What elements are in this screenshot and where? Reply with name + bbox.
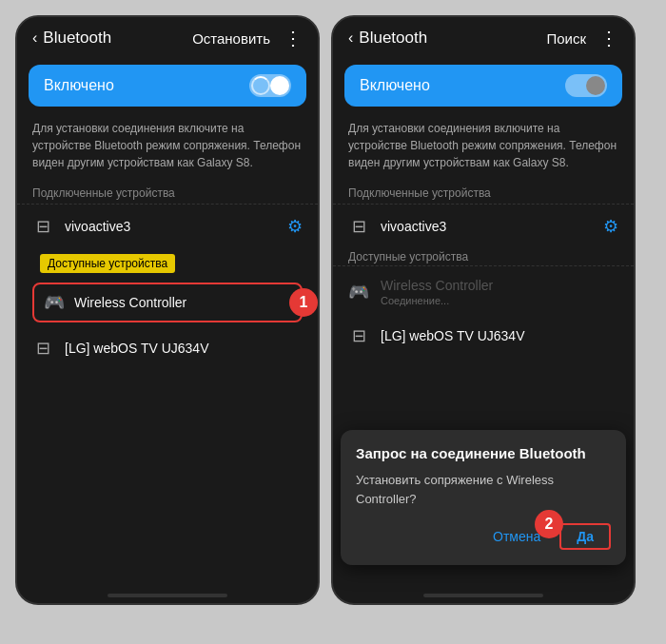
left-gear-icon[interactable]: ⚙	[287, 216, 303, 237]
left-lg-tv-row: ⊟ [LG] webOS TV UJ634V	[17, 328, 318, 368]
left-bottom-bar	[108, 594, 227, 597]
bluetooth-dialog: Запрос на соединение Bluetooth Установит…	[341, 430, 626, 565]
left-monitor-icon: ⊟	[32, 216, 53, 237]
left-available-label: Доступные устройства	[40, 254, 175, 273]
left-header: ‹ Bluetooth Остановить ⋮	[17, 17, 318, 57]
left-bluetooth-toggle-bar: Включено	[29, 65, 306, 107]
right-toggle-label: Включено	[360, 77, 430, 94]
left-stop-button[interactable]: Остановить	[192, 30, 270, 47]
left-phone: ‹ Bluetooth Остановить ⋮ Включено Для ус…	[15, 15, 320, 605]
right-connected-device-name: vivoactive3	[381, 219, 592, 234]
left-tv-icon: ⊟	[32, 338, 53, 359]
right-toggle-knob	[586, 76, 605, 95]
right-connected-device-row: ⊟ vivoactive3 ⚙	[333, 206, 634, 246]
right-available-section-label: Доступные устройства	[333, 246, 634, 266]
right-info-text: Для установки соединения включите на уст…	[333, 114, 634, 181]
main-container: ‹ Bluetooth Остановить ⋮ Включено Для ус…	[0, 0, 666, 644]
right-toggle-switch[interactable]	[565, 74, 607, 97]
left-header-right: Остановить ⋮	[192, 27, 303, 49]
right-connected-section-label: Подключенные устройства	[333, 181, 634, 205]
left-wireless-controller-name: Wireless Controller	[74, 295, 291, 310]
left-more-icon[interactable]: ⋮	[284, 27, 303, 49]
left-gamepad-icon: 🎮	[44, 292, 65, 313]
left-available-section: Доступные устройства	[29, 250, 306, 277]
left-connected-device-row: ⊟ vivoactive3 ⚙	[17, 206, 318, 246]
left-connected-device-name: vivoactive3	[65, 219, 276, 234]
right-wireless-controller-row: 🎮 Wireless Controller Соединение...	[333, 268, 634, 316]
dialog-cancel-button[interactable]: Отмена	[493, 529, 540, 544]
right-gear-icon[interactable]: ⚙	[603, 216, 618, 237]
right-tv-icon: ⊟	[348, 325, 369, 346]
dialog-buttons: Отмена Да 2	[356, 523, 611, 550]
right-gamepad-icon: 🎮	[348, 282, 369, 302]
left-back-button[interactable]: ‹ Bluetooth	[32, 29, 111, 48]
left-toggle-spinner	[251, 76, 270, 95]
right-bluetooth-toggle-bar: Включено	[344, 65, 622, 107]
right-back-button[interactable]: ‹ Bluetooth	[348, 29, 427, 48]
right-lg-tv-name: [LG] webOS TV UJ634V	[381, 328, 618, 343]
left-toggle-knob	[270, 76, 289, 95]
right-lg-tv-row: ⊟ [LG] webOS TV UJ634V	[333, 316, 634, 356]
right-search-button[interactable]: Поиск	[546, 30, 586, 47]
dialog-title: Запрос на соединение Bluetooth	[356, 445, 611, 461]
right-phone: ‹ Bluetooth Поиск ⋮ Включено Для установ…	[331, 15, 636, 605]
dialog-body: Установить сопряжение с Wireless Control…	[356, 471, 611, 508]
left-info-text: Для установки соединения включите на уст…	[17, 114, 318, 181]
right-back-chevron-icon: ‹	[348, 29, 353, 47]
left-wireless-controller-row[interactable]: 🎮 Wireless Controller	[32, 283, 303, 322]
left-lg-tv-name: [LG] webOS TV UJ634V	[65, 341, 303, 356]
right-wireless-controller-name: Wireless Controller	[381, 278, 493, 293]
right-connecting-status: Соединение...	[381, 295, 493, 306]
right-bottom-bar	[423, 594, 543, 597]
right-header-title: Bluetooth	[359, 29, 427, 48]
left-header-title: Bluetooth	[43, 29, 111, 48]
right-header-right: Поиск ⋮	[546, 27, 618, 49]
left-step1-badge: 1	[289, 288, 318, 317]
left-toggle-switch[interactable]	[249, 74, 291, 97]
right-more-icon[interactable]: ⋮	[599, 27, 618, 49]
left-back-chevron-icon: ‹	[32, 29, 37, 47]
left-wireless-controller-container: 🎮 Wireless Controller 1	[25, 281, 310, 324]
right-wireless-controller-info: Wireless Controller Соединение...	[381, 278, 493, 306]
right-step2-badge: 2	[535, 510, 563, 538]
right-header: ‹ Bluetooth Поиск ⋮	[333, 17, 634, 57]
left-toggle-label: Включено	[44, 77, 114, 94]
right-monitor-icon: ⊟	[348, 216, 369, 237]
dialog-confirm-button[interactable]: Да	[559, 523, 611, 550]
left-connected-section-label: Подключенные устройства	[17, 181, 318, 205]
